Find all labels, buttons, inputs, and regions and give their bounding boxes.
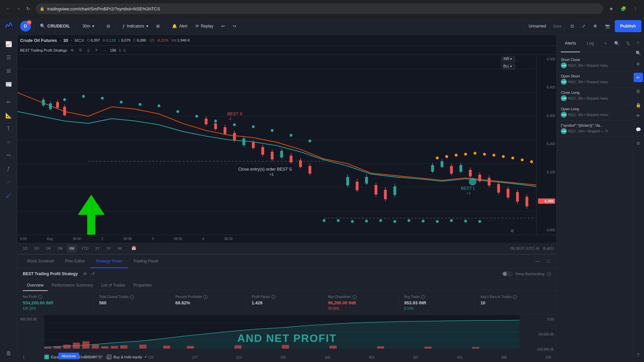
rp-sort-icon[interactable]: ⇅	[624, 39, 633, 48]
equity-checkbox[interactable]: ✓	[44, 355, 49, 359]
minimize-panel-button[interactable]: —	[534, 257, 542, 265]
tab-strategy-tester[interactable]: Strategy Tester	[90, 255, 128, 268]
tf-1m[interactable]: 1M	[43, 244, 53, 252]
ov-tab-overview[interactable]: Overview	[23, 280, 48, 291]
tf-3y[interactable]: 3Y	[104, 244, 113, 252]
sidebar-item-draw[interactable]: ✏	[3, 96, 15, 108]
address-bar[interactable]: 🔒 tradingview.com/chart/SmPmBPr2/?symbol…	[36, 3, 603, 14]
re-magnet-icon[interactable]: ⊕	[634, 59, 643, 68]
tf-5d[interactable]: 5D	[32, 244, 42, 252]
tf-all[interactable]: All	[115, 244, 124, 252]
tf-3m[interactable]: 3M	[55, 244, 65, 252]
more-icon[interactable]: ···	[102, 48, 107, 53]
user-logo[interactable]: D 11	[20, 21, 31, 32]
sidebar-item-text[interactable]: T	[3, 123, 15, 135]
re-help-icon[interactable]: ?	[634, 350, 643, 359]
ov-tab-performance[interactable]: Performance Summary	[48, 280, 97, 291]
equity-chart[interactable]: 400,000.00	[17, 315, 556, 362]
sidebar-item-shapes[interactable]: ○	[3, 136, 15, 148]
tab-stock-screener[interactable]: Stock Screener	[21, 255, 60, 268]
eye-icon[interactable]: 👁	[70, 48, 75, 53]
tf-6m[interactable]: 6M	[67, 244, 77, 252]
deep-backtesting-help-icon[interactable]: ?	[547, 272, 551, 276]
percentage-button[interactable]: Percentage	[80, 353, 107, 359]
settings-icon[interactable]: ⚙	[78, 48, 83, 53]
menu-button[interactable]: ⋮	[631, 4, 640, 13]
sidebar-item-news[interactable]: 📰	[3, 78, 15, 90]
redo-button[interactable]: ↪	[229, 21, 239, 32]
ov-tab-properties[interactable]: Properties	[129, 280, 156, 291]
fullscreen-button[interactable]: ⤢	[579, 21, 589, 32]
re-settings-icon[interactable]: ⚙	[634, 138, 643, 148]
delete-icon[interactable]: ✕	[94, 48, 99, 53]
sidebar-item-screener[interactable]: ⊞	[3, 65, 15, 77]
sidebar-item-patterns[interactable]: 〜	[3, 149, 15, 162]
re-pencil-icon[interactable]: ✏	[634, 73, 643, 82]
braces-icon[interactable]: {}	[86, 48, 91, 53]
tf-1d[interactable]: 1D	[20, 244, 30, 252]
toolbar-sep2	[76, 21, 76, 31]
settings-button[interactable]: ⚙	[590, 21, 600, 32]
tf-ytd[interactable]: YTD	[78, 244, 91, 252]
info-icon-pp[interactable]: i	[203, 295, 207, 299]
info-icon-md[interactable]: i	[353, 295, 357, 299]
re-zoom-icon[interactable]: 🔍	[634, 48, 643, 58]
alert-item-short-close[interactable]: Short Close 100 NQ1!, 30s • Stopped manu	[557, 55, 632, 71]
info-icon-ab[interactable]: i	[513, 295, 517, 299]
re-chat-icon[interactable]: 💬	[634, 125, 643, 134]
info-icon-at[interactable]: i	[421, 295, 425, 299]
indicators-button[interactable]: ƒ Indicators ▾	[119, 21, 152, 32]
alert-item-open-long[interactable]: Open Long 100 NQ1!, 30s • Stopped manu	[557, 104, 632, 121]
tab-pine-editor[interactable]: Pine Editor	[60, 255, 90, 268]
sidebar-item-watchlist[interactable]: ☰	[3, 51, 15, 63]
timeframe-selector[interactable]: 30m ▾	[79, 21, 98, 32]
rp-add-icon[interactable]: +	[601, 39, 610, 48]
alert-item-symbol[interactable]: ["symbol":"{{ticker}}","da... 100 NQ1!, …	[557, 121, 632, 137]
backtesting-toggle[interactable]	[502, 271, 513, 277]
maximize-panel-button[interactable]: □	[544, 257, 552, 265]
extensions-button[interactable]: 🧩	[619, 4, 628, 13]
chart-plot[interactable]: INR ▾ BLL ▾	[17, 55, 536, 235]
strategy-settings-icon[interactable]: ⚙	[82, 271, 88, 277]
tab-trading-panel[interactable]: Trading Panel	[128, 255, 163, 268]
replay-button[interactable]: ⟳ Replay	[192, 21, 217, 32]
sidebar-item-chart[interactable]: 📈	[3, 38, 15, 50]
back-button[interactable]: ←	[4, 5, 12, 13]
re-lock-icon[interactable]: 🔒	[634, 100, 643, 110]
reload-button[interactable]: ↻	[24, 5, 32, 13]
re-cursor-icon[interactable]: ⊹	[634, 38, 643, 47]
templates-button[interactable]: ⊞	[153, 21, 163, 32]
sidebar-item-fib[interactable]: ƒ	[3, 163, 15, 175]
sidebar-item-trash[interactable]: 🗑	[3, 347, 15, 359]
ov-tab-trades[interactable]: List of Trades	[97, 280, 129, 291]
info-icon-pf[interactable]: i	[271, 295, 275, 299]
rp-search-icon[interactable]: 🔍	[612, 39, 622, 48]
calendar-button[interactable]: 📅	[129, 244, 139, 252]
alert-item-close-long[interactable]: Close Long 100 NQ1!, 30s • Stopped manu	[557, 88, 632, 104]
forward-button[interactable]: →	[14, 5, 22, 13]
tf-1y[interactable]: 1Y	[93, 244, 102, 252]
symbol-search[interactable]: 🔍 CRUDEOIL	[37, 21, 73, 32]
rp-tab-log[interactable]: Log	[583, 35, 598, 52]
sidebar-item-brush[interactable]: 🖊	[3, 190, 15, 202]
undo-button[interactable]: ↩	[218, 21, 228, 32]
chart-type-button[interactable]: ⊟	[103, 21, 113, 32]
alert-item-open-short[interactable]: Open Short 100 NQ1!, 30s • Stopped manu	[557, 71, 632, 88]
bookmark-button[interactable]: ★	[606, 4, 616, 13]
chart-settings-icon[interactable]: ⚙	[511, 229, 514, 233]
re-eye-icon[interactable]: 👁	[634, 111, 643, 120]
camera-button[interactable]: 📷	[602, 21, 613, 32]
alert-button[interactable]: 🔔 Alert	[169, 21, 191, 32]
sidebar-item-measure[interactable]: 📐	[3, 109, 15, 121]
screenshot-button[interactable]: ⊡	[567, 21, 577, 32]
info-icon-np[interactable]: i	[38, 295, 42, 299]
sidebar-item-gann[interactable]: ⟋	[3, 176, 15, 188]
rp-tab-alerts[interactable]: Alerts	[561, 35, 580, 52]
info-icon-tt[interactable]: i	[130, 295, 134, 299]
publish-button[interactable]: Publish	[615, 20, 641, 32]
absolute-button[interactable]: Absolute	[58, 353, 79, 359]
buy-hold-checkbox[interactable]: □	[107, 355, 111, 359]
layout-button[interactable]: Unnamed	[524, 21, 550, 32]
strategy-refresh-icon[interactable]: ↺	[90, 271, 96, 277]
re-trash-icon[interactable]: 🗑	[634, 86, 643, 96]
